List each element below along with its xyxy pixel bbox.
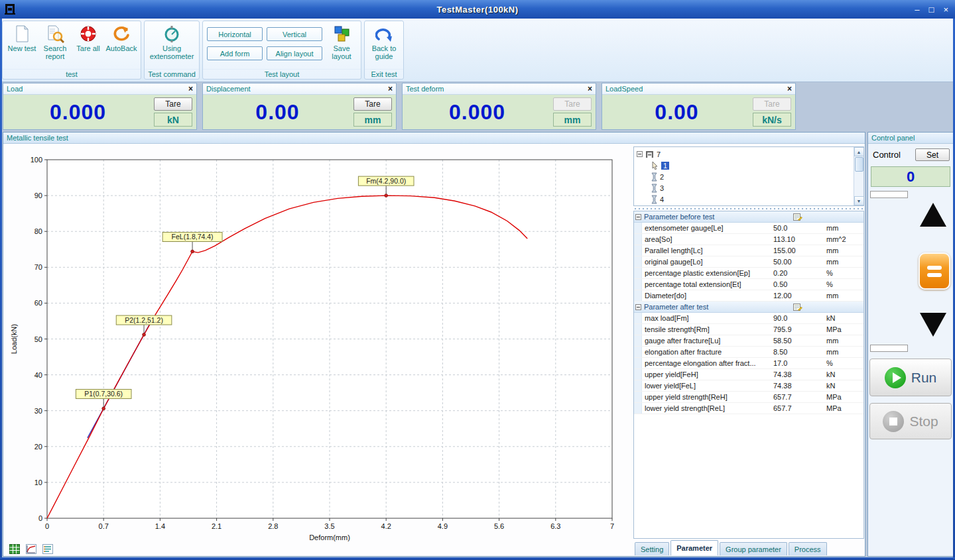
data-grid-icon[interactable] [9,543,21,554]
meter-title: Displacement [206,85,251,93]
close-button[interactable]: × [943,5,948,14]
tree-root-item[interactable]: 7 [634,148,853,160]
edit-form-icon[interactable] [793,303,802,311]
parameter-row[interactable]: elongation after fracture8.50mm [634,347,863,358]
tab-setting[interactable]: Setting [635,542,669,555]
parameter-row[interactable]: tensile strength[Rm]795.9MPa [634,324,863,335]
tare-button[interactable]: Tare [154,97,192,111]
scroll-down-icon[interactable]: ▼ [854,196,864,205]
param-section-header[interactable]: Parameter after test [634,302,863,313]
hold-button[interactable] [919,252,950,290]
param-name: percentage plastic extension[Ep] [642,269,772,277]
tab-group-parameter[interactable]: Group parameter [720,542,787,555]
param-value: 795.9 [772,325,824,333]
tare-button[interactable]: Tare [353,97,392,111]
parameter-row[interactable]: gauge after fracture[Lu]58.50mm [634,335,863,347]
tare-all-button[interactable]: Tare all [72,23,105,52]
tree-item-4[interactable]: 4 [634,194,853,205]
tree-item-1[interactable]: 1 [634,160,853,171]
run-button[interactable]: Run [869,359,952,396]
parameter-row[interactable]: area[So]113.10mm^2 [634,234,863,245]
parameter-row[interactable]: upper yield[FeH]74.38kN [634,369,863,380]
tab-process[interactable]: Process [789,542,827,555]
param-value: 155.00 [772,247,824,254]
curve-view-icon[interactable] [25,543,37,554]
title-bar: TestMaster(100kN) – □ × [0,0,955,19]
tree-item-2[interactable]: 2 [634,171,853,182]
window-title: TestMaster(100kN) [0,5,955,15]
param-name: Parallel length[Lc] [642,247,772,254]
stop-button[interactable]: Stop [869,403,952,439]
param-value: 74.38 [772,370,824,378]
scroll-up-icon[interactable]: ▲ [854,147,864,156]
meter-title: LoadSpeed [605,85,643,93]
close-icon[interactable]: × [188,84,193,93]
splitter-handle[interactable] [633,206,864,211]
tab-parameter[interactable]: Parameter [670,540,718,555]
vertical-button[interactable]: Vertical [267,27,322,41]
svg-text:2.1: 2.1 [212,522,222,530]
parameter-row[interactable]: extensometer gauge[Le]50.0mm [634,223,863,234]
close-icon[interactable]: × [388,84,393,93]
window-frame-bottom [0,557,955,560]
position-indicator-bottom [870,345,908,352]
collapse-icon[interactable] [635,214,641,220]
svg-text:80: 80 [34,227,42,235]
parameter-row[interactable]: upper yield strength[ReH]657.7MPa [634,392,863,403]
minimize-button[interactable]: – [915,5,919,14]
param-unit: mm [824,258,863,266]
parameter-row[interactable]: lower yield[FeL]74.38kN [634,380,863,392]
svg-text:0: 0 [38,514,42,522]
specimen-icon [651,172,657,182]
param-value: 8.50 [772,348,824,356]
toolbar-group-label: test [3,69,141,78]
close-icon[interactable]: × [588,84,592,93]
crosshead-down-button[interactable] [915,306,952,343]
autoback-button[interactable]: AutoBack [105,23,138,52]
parameter-row[interactable]: original gauge[Lo]50.00mm [634,256,863,268]
tree-collapse-icon[interactable] [637,151,643,157]
save-layout-button[interactable]: Save layout [325,23,358,60]
add-form-button[interactable]: Add form [207,46,263,60]
align-layout-button[interactable]: Align layout [267,46,322,60]
param-section-header[interactable]: Parameter before test [634,211,863,223]
loadspeed-value: 0.00 [602,95,751,129]
toolbar-group-label: Test command [145,69,199,78]
parameter-row[interactable]: lower yield strength[ReL]657.7MPa [634,403,863,414]
back-to-guide-button[interactable]: Back to guide [367,23,401,60]
row-gutter [634,335,642,346]
param-unit: kN [824,370,863,378]
param-name: upper yield[FeH] [642,370,772,378]
view-switch-icons [9,543,54,554]
result-list-icon[interactable] [42,543,54,554]
right-pane: 71234 ▲ ▼ Parameter before testextensome… [633,146,864,555]
new-test-button[interactable]: New test [5,23,38,52]
using-extensometer-button[interactable]: Using extensometer [147,23,196,60]
parameter-row[interactable]: percentage plastic extension[Ep]0.20% [634,268,863,279]
parameter-row[interactable]: percentage total extension[Et]0.50% [634,279,863,290]
parameter-row[interactable]: Diameter[do]12.00mm [634,290,863,302]
svg-text:90: 90 [34,192,42,199]
tree-item-3[interactable]: 3 [634,182,853,194]
edit-form-icon[interactable] [793,213,802,221]
scrollbar-thumb[interactable] [855,157,863,172]
set-button[interactable]: Set [915,148,950,161]
maximize-button[interactable]: □ [929,5,934,14]
control-label: Control [873,150,901,160]
svg-text:40: 40 [34,371,42,379]
param-unit: mm^2 [824,235,863,243]
search-report-button[interactable]: Search report [38,23,72,60]
parameter-row[interactable]: Parallel length[Lc]155.00mm [634,245,863,256]
specimen-tree: 71234 ▲ ▼ [633,146,864,206]
collapse-icon[interactable] [635,304,641,310]
close-icon[interactable]: × [787,84,792,93]
crosshead-up-button[interactable] [915,196,952,233]
toolbar-group-test-command: Using extensometer Test command [144,21,200,80]
tree-scrollbar[interactable]: ▲ ▼ [854,147,863,205]
row-gutter [634,358,642,368]
parameter-row[interactable]: percentage elongation after fract...17.0… [634,358,863,369]
parameter-table: Parameter before testextensometer gauge[… [634,211,863,414]
horizontal-button[interactable]: Horizontal [207,27,263,41]
param-unit: mm [824,247,863,254]
parameter-row[interactable]: max load[Fm]90.0kN [634,313,863,324]
